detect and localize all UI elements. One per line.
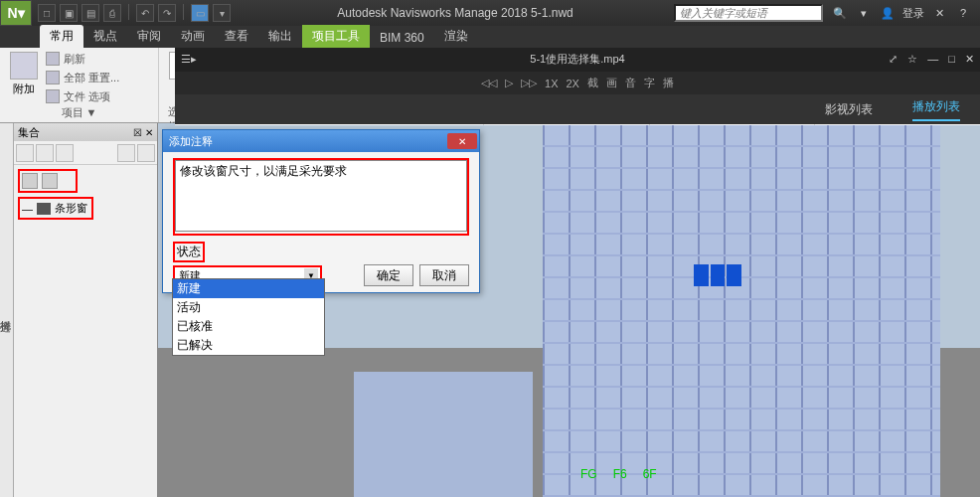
tab-review[interactable]: 审阅	[127, 25, 171, 48]
file-options-icon	[46, 89, 60, 103]
comment-text-highlight	[173, 158, 469, 236]
building-model	[543, 123, 940, 497]
qat-print-icon[interactable]: ⎙	[103, 4, 121, 22]
sets-icon-a[interactable]	[22, 173, 38, 189]
vc-next[interactable]: ▷▷	[521, 77, 537, 89]
sets-tb2[interactable]	[36, 144, 54, 162]
video-back-icon[interactable]: ☰▸	[181, 53, 197, 66]
sets-tb5[interactable]	[137, 144, 155, 162]
status-label: 状态	[173, 242, 205, 262]
selection-tree-tab[interactable]: 选择树	[0, 123, 14, 497]
sets-panel: 集合 ☒ ✕ — 条形窗	[14, 123, 158, 497]
video-title: 5-1使用选择集.mp4	[530, 52, 624, 67]
tab-render[interactable]: 渲染	[434, 25, 478, 48]
help-dropdown-icon[interactable]: ▾	[855, 4, 873, 22]
sets-header: 集合 ☒ ✕	[14, 123, 157, 141]
refresh-button[interactable]: 刷新	[46, 50, 119, 68]
tab-home[interactable]: 常用	[40, 25, 83, 48]
tab-viewpoint[interactable]: 视点	[83, 25, 127, 48]
video-pin-icon[interactable]: ☆	[907, 53, 917, 66]
dropdown-item-new[interactable]: 新建	[173, 279, 324, 298]
qat-save-icon[interactable]: ▤	[82, 4, 99, 22]
sets-title: 集合	[18, 125, 40, 140]
video-min-icon[interactable]: —	[927, 53, 938, 66]
reset-icon	[46, 71, 60, 84]
vc-prev[interactable]: ◁◁	[481, 77, 497, 89]
video-close-icon[interactable]: ✕	[965, 53, 974, 66]
status-dropdown-list: 新建 活动 已核准 已解决	[172, 278, 325, 356]
video-player-overlay: ☰▸ 5-1使用选择集.mp4 ⤢ ☆ — □ ✕ ◁◁ ▷ ▷▷ 1X 2X …	[175, 48, 980, 124]
title-bar: N▾ □ ▣ ▤ ⎙ ↶ ↷ ▭ ▾ Autodesk Navisworks M…	[0, 0, 980, 26]
qat-open-icon[interactable]: ▣	[60, 4, 78, 22]
video-titlebar: ☰▸ 5-1使用选择集.mp4 ⤢ ☆ — □ ✕	[175, 48, 980, 72]
video-tab-list[interactable]: 影视列表	[825, 101, 873, 118]
selected-windows	[694, 264, 741, 286]
tab-output[interactable]: 输出	[258, 25, 302, 48]
sets-tb4[interactable]	[117, 144, 135, 162]
dialog-titlebar[interactable]: 添加注释 ✕	[163, 130, 479, 152]
tab-view[interactable]: 查看	[215, 25, 258, 48]
app-menu-button[interactable]: N▾	[0, 0, 32, 26]
vc-cast[interactable]: 播	[663, 76, 674, 90]
dialog-close-button[interactable]: ✕	[447, 133, 477, 149]
video-tab-playlist[interactable]: 播放列表	[912, 98, 960, 121]
sets-icon-b[interactable]	[42, 173, 58, 189]
dialog-title-text: 添加注释	[169, 134, 213, 149]
vc-sub[interactable]: 字	[644, 76, 655, 90]
vc-play[interactable]: ▷	[505, 77, 513, 89]
ok-button[interactable]: 确定	[364, 264, 413, 286]
quick-access-toolbar: □ ▣ ▤ ⎙ ↶ ↷ ▭ ▾	[32, 4, 237, 22]
exchange-icon[interactable]: ✕	[930, 4, 948, 22]
dropdown-item-approved[interactable]: 已核准	[173, 317, 324, 336]
vc-pip[interactable]: 画	[606, 76, 617, 90]
vc-2x[interactable]: 2X	[567, 78, 579, 89]
qat-select-icon[interactable]: ▭	[191, 4, 209, 22]
video-tabs: 影视列表 播放列表	[175, 94, 980, 124]
qat-new-icon[interactable]: □	[38, 4, 56, 22]
tab-bim360[interactable]: BIM 360	[370, 28, 434, 48]
attach-button[interactable]: 附加	[6, 50, 42, 98]
video-controls: ◁◁ ▷ ▷▷ 1X 2X 截 画 音 字 播	[175, 72, 980, 95]
ribbon-tabs: 常用 视点 审阅 动画 查看 输出 项目工具 BIM 360 渲染	[0, 26, 980, 48]
sets-tb1[interactable]	[16, 144, 34, 162]
attach-icon	[10, 52, 38, 80]
user-icon[interactable]: 👤	[879, 4, 897, 22]
panel-project-label[interactable]: 项目 ▼	[6, 105, 152, 120]
search-input[interactable]	[674, 4, 823, 22]
reset-all-button[interactable]: 全部 重置...	[46, 69, 119, 86]
dropdown-item-active[interactable]: 活动	[173, 298, 324, 317]
file-options-button[interactable]: 文件 选项	[46, 87, 119, 105]
sets-tb3[interactable]	[56, 144, 74, 162]
infocenter-icon[interactable]: 🔍	[831, 4, 849, 22]
building-model-2	[354, 372, 533, 497]
title-right-controls: 🔍 ▾ 👤 登录 ✕ ?	[823, 4, 980, 22]
cancel-button[interactable]: 取消	[419, 264, 469, 286]
login-label[interactable]: 登录	[902, 6, 924, 21]
sets-save-selection-highlight	[18, 169, 78, 193]
sets-item-label: 条形窗	[55, 201, 87, 216]
comment-textarea[interactable]	[175, 160, 467, 232]
video-expand-icon[interactable]: ⤢	[889, 53, 898, 66]
qat-dropdown-icon[interactable]: ▾	[213, 4, 231, 22]
add-comment-dialog: 添加注释 ✕ 状态 新建 ▼ 确定 取消	[162, 129, 480, 293]
vc-audio[interactable]: 音	[625, 76, 636, 90]
sets-close-icon[interactable]: ☒ ✕	[133, 127, 153, 138]
qat-undo-icon[interactable]: ↶	[136, 4, 154, 22]
sets-item-strip-window[interactable]: — 条形窗	[18, 197, 93, 220]
vc-1x[interactable]: 1X	[545, 78, 558, 89]
sets-toolbar	[14, 141, 157, 165]
help-icon[interactable]: ?	[954, 4, 972, 22]
window-title: Autodesk Navisworks Manage 2018 5-1.nwd	[237, 6, 674, 20]
ground-markers: FGF66F	[572, 467, 920, 497]
vc-snap[interactable]: 截	[587, 76, 598, 90]
qat-redo-icon[interactable]: ↷	[158, 4, 176, 22]
dropdown-item-resolved[interactable]: 已解决	[173, 336, 324, 355]
video-max-icon[interactable]: □	[948, 53, 955, 66]
tree-line: —	[22, 203, 33, 215]
tab-animation[interactable]: 动画	[171, 25, 215, 48]
folder-icon	[37, 203, 51, 215]
tab-item-tools[interactable]: 项目工具	[302, 25, 370, 48]
refresh-icon	[46, 52, 60, 66]
